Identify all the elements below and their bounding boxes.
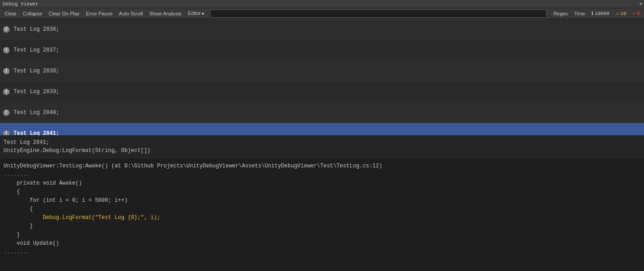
main-container: !Test Log 2836;!Test Log 2837;!Test Log … bbox=[0, 19, 644, 271]
auto-scroll-button[interactable]: Auto Scroll bbox=[116, 9, 145, 18]
info-circle-icon: ! bbox=[3, 130, 10, 136]
error-icon: ✕ bbox=[633, 10, 636, 16]
log-item[interactable]: !Test Log 2840; bbox=[0, 102, 644, 123]
clear-on-play-button[interactable]: Clear On Play bbox=[46, 9, 82, 18]
log-item-text: Test Log 2837; bbox=[14, 47, 59, 53]
info-icon: ℹ bbox=[591, 10, 593, 16]
title-bar-label: Debug Viewer bbox=[3, 1, 39, 7]
editor-button[interactable]: Editor ▸ bbox=[185, 9, 208, 18]
collapse-button[interactable]: Collapse bbox=[20, 9, 45, 18]
toolbar-right: Regex Time ℹ 10000 ⚠ 10 ✕ 0 bbox=[551, 9, 642, 18]
info-circle-icon: ! bbox=[3, 109, 10, 116]
info-count: 10000 bbox=[595, 11, 610, 16]
code-line: } bbox=[4, 222, 640, 231]
show-analysis-button[interactable]: Show Analysis bbox=[147, 9, 184, 18]
error-count: 0 bbox=[637, 11, 640, 16]
title-bar: Debug Viewer ▼ bbox=[0, 0, 644, 8]
error-pause-button[interactable]: Error Pause bbox=[83, 9, 116, 18]
search-input[interactable] bbox=[210, 10, 547, 18]
info-circle-icon: ! bbox=[3, 88, 10, 95]
detail-line2: UnityEngine.Debug:LogFormat(String, Obje… bbox=[4, 147, 640, 155]
log-item-text: Test Log 2841; bbox=[14, 130, 59, 136]
toolbar: Clear Collapse Clear On Play Error Pause… bbox=[0, 8, 644, 19]
log-item[interactable]: !Test Log 2839; bbox=[0, 81, 644, 102]
log-item[interactable]: !Test Log 2841; bbox=[0, 123, 644, 136]
code-line: { bbox=[4, 188, 640, 196]
code-panel: UnityDebugViewer:TestLog:Awake() (at D:\… bbox=[0, 159, 644, 271]
code-dots-top: ........ bbox=[4, 171, 640, 179]
log-item-text: Test Log 2840; bbox=[14, 109, 59, 116]
log-item-text: Test Log 2836; bbox=[14, 26, 59, 33]
warn-count: 10 bbox=[620, 11, 626, 16]
regex-button[interactable]: Regex bbox=[551, 9, 570, 18]
code-dots-bottom: ........ bbox=[4, 248, 640, 257]
log-item-text: Test Log 2838; bbox=[14, 68, 59, 74]
log-item[interactable]: !Test Log 2836; bbox=[0, 19, 644, 40]
info-circle-icon: ! bbox=[3, 67, 10, 75]
error-count-badge: ✕ 0 bbox=[630, 10, 642, 18]
log-item[interactable]: !Test Log 2837; bbox=[0, 40, 644, 61]
warn-count-badge: ⚠ 10 bbox=[614, 10, 629, 18]
clear-button[interactable]: Clear bbox=[2, 9, 19, 18]
detail-panel: Test Log 2841; UnityEngine.Debug:LogForm… bbox=[0, 136, 644, 159]
code-line: } bbox=[4, 231, 640, 239]
code-line: for (int i = 0; i < 5000; i++) bbox=[4, 196, 640, 205]
time-button[interactable]: Time bbox=[572, 9, 587, 18]
detail-line1: Test Log 2841; bbox=[4, 138, 640, 147]
code-line: void Update() bbox=[4, 239, 640, 248]
info-circle-icon: ! bbox=[3, 47, 10, 54]
log-item-text: Test Log 2839; bbox=[14, 89, 59, 95]
info-circle-icon: ! bbox=[3, 26, 10, 33]
info-count-badge: ℹ 10000 bbox=[589, 10, 612, 18]
log-item[interactable]: !Test Log 2838; bbox=[0, 61, 644, 81]
log-list[interactable]: !Test Log 2836;!Test Log 2837;!Test Log … bbox=[0, 19, 644, 136]
code-line: private void Awake() bbox=[4, 179, 640, 188]
code-callsite: UnityDebugViewer:TestLog:Awake() (at D:\… bbox=[4, 162, 640, 171]
title-bar-collapse-btn[interactable]: ▼ bbox=[639, 0, 642, 8]
code-line: Debug.LogFormat("Test Log {0};", i); bbox=[4, 214, 640, 222]
warn-icon: ⚠ bbox=[616, 10, 619, 16]
code-line: { bbox=[4, 205, 640, 214]
